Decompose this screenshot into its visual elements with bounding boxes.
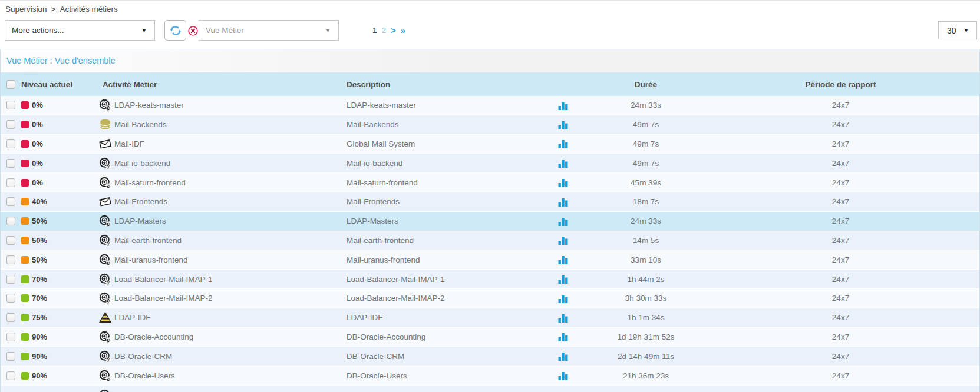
bar-chart-icon[interactable] bbox=[558, 197, 569, 207]
envelope-icon bbox=[99, 195, 111, 208]
row-checkbox[interactable] bbox=[6, 236, 15, 245]
row-checkbox[interactable] bbox=[6, 178, 15, 187]
next-page-icon[interactable]: > bbox=[391, 25, 396, 35]
table-row[interactable]: 50%LDAP-MastersLDAP-Masters24m 33s24x7 bbox=[1, 212, 979, 231]
table-row-partial[interactable] bbox=[1, 386, 979, 392]
bar-chart-icon[interactable] bbox=[558, 178, 569, 187]
duration: 1h 44m 2s bbox=[608, 275, 684, 284]
table-row[interactable]: 50%Mail-earth-frontendMail-earth-fronten… bbox=[1, 231, 979, 251]
activity-description: Mail-Frontends bbox=[342, 197, 519, 206]
bar-chart-icon[interactable] bbox=[558, 158, 569, 168]
table-row[interactable]: 0%LDAP-keats-masterLDAP-keats-master24m … bbox=[1, 96, 979, 115]
bar-chart-icon[interactable] bbox=[558, 332, 569, 341]
table-row[interactable]: 0%Mail-IDFGlobal Mail System49m 7s24x7 bbox=[1, 135, 979, 154]
bar-chart-icon[interactable] bbox=[558, 371, 569, 380]
row-checkbox[interactable] bbox=[6, 197, 15, 206]
bullseye-gear-icon bbox=[99, 331, 111, 343]
row-checkbox[interactable] bbox=[6, 275, 15, 284]
bar-chart-icon[interactable] bbox=[558, 351, 569, 361]
vue-metier-select[interactable]: Vue Métier ▼ bbox=[199, 20, 339, 41]
bar-chart-icon[interactable] bbox=[558, 255, 569, 264]
row-checkbox[interactable] bbox=[6, 255, 15, 264]
row-checkbox[interactable] bbox=[6, 294, 15, 303]
table-row[interactable]: 0%Mail-io-backendMail-io-backend49m 7s24… bbox=[1, 154, 979, 173]
header-level[interactable]: Niveau actuel bbox=[18, 80, 95, 89]
level-value: 90% bbox=[32, 333, 47, 341]
report-period: 24x7 bbox=[684, 120, 979, 129]
duration: 49m 7s bbox=[608, 139, 684, 148]
bullseye-gear-icon bbox=[99, 215, 111, 227]
stop-refresh-icon[interactable] bbox=[188, 26, 198, 36]
duration: 3h 30m 33s bbox=[608, 294, 684, 303]
refresh-button[interactable] bbox=[164, 20, 186, 41]
page-2[interactable]: 2 bbox=[382, 26, 387, 35]
duration: 14m 5s bbox=[608, 236, 684, 245]
bullseye-gear-icon bbox=[99, 389, 111, 392]
activity-name: Mail-saturn-frontend bbox=[114, 178, 186, 187]
status-badge bbox=[21, 353, 29, 360]
last-page-icon[interactable]: » bbox=[401, 25, 405, 35]
bullseye-gear-icon bbox=[99, 157, 111, 170]
level-value: 75% bbox=[32, 313, 47, 322]
table-row[interactable]: 75%LDAP-IDFLDAP-IDF1h 1m 34s24x7 bbox=[1, 308, 979, 328]
bar-chart-icon[interactable] bbox=[558, 217, 569, 226]
status-badge bbox=[21, 237, 29, 244]
activity-description: Global Mail System bbox=[342, 139, 519, 148]
row-checkbox[interactable] bbox=[6, 159, 15, 168]
breadcrumb-item-supervision[interactable]: Supervision bbox=[5, 5, 47, 14]
table-row[interactable]: 0%Mail-BackendsMail-Backends49m 7s24x7 bbox=[1, 115, 979, 135]
row-checkbox[interactable] bbox=[6, 371, 15, 380]
status-badge bbox=[21, 198, 29, 205]
row-checkbox[interactable] bbox=[6, 101, 15, 109]
bar-chart-icon[interactable] bbox=[558, 120, 569, 129]
header-activity[interactable]: Activité Métier bbox=[95, 80, 342, 89]
table-row[interactable]: 40%Mail-FrontendsMail-Frontends18m 7s24x… bbox=[1, 192, 979, 212]
bar-chart-icon[interactable] bbox=[558, 313, 569, 323]
report-period: 24x7 bbox=[684, 236, 979, 245]
table-row[interactable]: 70%Load-Balancer-Mail-IMAP-2Load-Balance… bbox=[1, 289, 979, 308]
report-period: 24x7 bbox=[684, 333, 979, 341]
duration: 2d 14h 49m 11s bbox=[608, 352, 684, 361]
bar-chart-icon[interactable] bbox=[558, 235, 569, 245]
bar-chart-icon[interactable] bbox=[558, 139, 569, 148]
status-badge bbox=[21, 160, 29, 167]
more-actions-select[interactable]: More actions... ▼ bbox=[5, 20, 155, 41]
header-duration[interactable]: Durée bbox=[608, 80, 684, 89]
activity-description: Mail-earth-frontend bbox=[342, 236, 519, 245]
row-checkbox[interactable] bbox=[6, 139, 15, 148]
database-icon bbox=[99, 118, 111, 131]
page-size-value: 30 bbox=[947, 26, 956, 35]
activity-name: DB-Oracle-CRM bbox=[114, 352, 172, 361]
page-1[interactable]: 1 bbox=[372, 26, 377, 35]
activity-name: Mail-Frontends bbox=[114, 197, 167, 206]
duration: 1h 1m 34s bbox=[608, 313, 684, 322]
activity-description: DB-Oracle-CRM bbox=[342, 352, 519, 361]
row-checkbox[interactable] bbox=[6, 333, 15, 341]
select-all-checkbox[interactable] bbox=[6, 80, 15, 89]
report-period: 24x7 bbox=[684, 352, 979, 361]
row-checkbox[interactable] bbox=[6, 352, 15, 361]
row-checkbox[interactable] bbox=[6, 313, 15, 322]
view-title[interactable]: Vue Métier : Vue d'ensemble bbox=[1, 49, 979, 72]
duration: 1d 19h 31m 52s bbox=[608, 333, 684, 341]
table-row[interactable]: 0%Mail-saturn-frontendMail-saturn-fronte… bbox=[1, 173, 979, 192]
bar-chart-icon[interactable] bbox=[558, 101, 569, 110]
row-checkbox[interactable] bbox=[6, 120, 15, 129]
bullseye-gear-icon bbox=[99, 370, 111, 382]
bar-chart-icon[interactable] bbox=[558, 294, 569, 303]
breadcrumb-separator: > bbox=[51, 5, 56, 14]
table-row[interactable]: 50%Mail-uranus-frontendMail-uranus-front… bbox=[1, 250, 979, 270]
row-checkbox[interactable] bbox=[6, 217, 15, 225]
table-row[interactable]: 90%DB-Oracle-CRMDB-Oracle-CRM2d 14h 49m … bbox=[1, 347, 979, 366]
table-row[interactable]: 70%Load-Balancer-Mail-IMAP-1Load-Balance… bbox=[1, 270, 979, 289]
table-row[interactable]: 90%DB-Oracle-AccountingDB-Oracle-Account… bbox=[1, 328, 979, 347]
header-period[interactable]: Période de rapport bbox=[684, 80, 979, 89]
bar-chart-icon[interactable] bbox=[558, 274, 569, 284]
activity-name: LDAP-Masters bbox=[114, 217, 166, 225]
activity-name: Mail-io-backend bbox=[114, 159, 170, 168]
table-row[interactable]: 90%DB-Oracle-UsersDB-Oracle-Users21h 36m… bbox=[1, 366, 979, 386]
page-size-select[interactable]: 30 ▼ bbox=[938, 21, 977, 39]
level-value: 70% bbox=[32, 294, 47, 303]
header-description[interactable]: Description bbox=[342, 80, 519, 89]
activity-name: Load-Balancer-Mail-IMAP-1 bbox=[114, 275, 213, 284]
